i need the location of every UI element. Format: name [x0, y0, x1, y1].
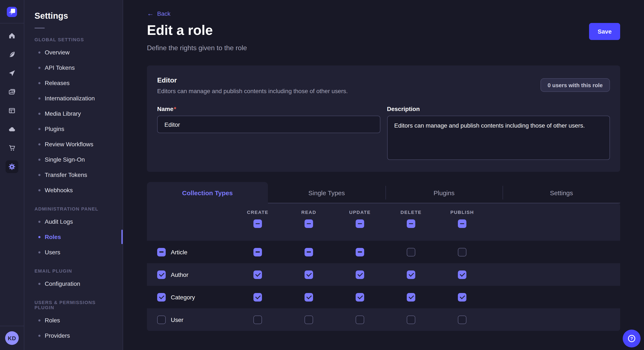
nav-rail: KD	[0, 0, 24, 350]
permission-cell-read	[283, 270, 334, 279]
sidebar-item[interactable]: Roles	[34, 229, 116, 245]
sidebar-item-label: Plugins	[45, 126, 64, 132]
permission-checkbox[interactable]	[407, 315, 415, 324]
sidebar-item[interactable]: Users	[34, 245, 116, 260]
permissions-tab[interactable]: Settings	[503, 182, 620, 203]
avatar[interactable]: KD	[5, 331, 19, 345]
permission-checkbox[interactable]	[304, 270, 313, 279]
bullet-icon	[38, 97, 40, 99]
content-type-label: Category	[171, 294, 195, 301]
main-content: ← Back Edit a role Save Define the right…	[123, 0, 644, 350]
shopping-cart-icon[interactable]	[8, 144, 16, 152]
sidebar-item[interactable]: API Tokens	[34, 60, 116, 75]
question-mark-icon: ?	[627, 334, 636, 343]
permission-column-label: DELETE	[400, 210, 422, 215]
row-select-all-checkbox[interactable]	[157, 270, 166, 279]
sidebar-item[interactable]: Review Workflows	[34, 137, 116, 152]
media-pictures-icon[interactable]	[8, 88, 16, 96]
back-link[interactable]: ← Back	[147, 10, 170, 17]
permission-checkbox[interactable]	[254, 293, 262, 301]
strapi-logo[interactable]	[7, 7, 17, 17]
role-description-text: Editors can manage and publish contents …	[157, 88, 348, 94]
permission-checkbox[interactable]	[304, 315, 313, 324]
column-select-all-checkbox[interactable]	[304, 219, 313, 228]
permission-row: User	[147, 308, 620, 331]
description-textarea[interactable]: Editors can manage and publish contents …	[387, 116, 610, 160]
strapi-logo-icon	[7, 7, 17, 17]
sidebar-item[interactable]: Roles	[34, 313, 116, 328]
column-select-all-checkbox[interactable]	[407, 219, 415, 228]
sidebar-item[interactable]: Audit Logs	[34, 214, 116, 229]
content-type-label: Author	[171, 271, 188, 278]
permission-column-label: UPDATE	[349, 210, 371, 215]
feather-pen-icon[interactable]	[8, 51, 16, 58]
sidebar-item[interactable]: Releases	[34, 75, 116, 91]
permission-checkbox[interactable]	[458, 293, 466, 301]
save-button[interactable]: Save	[589, 23, 620, 40]
permission-checkbox[interactable]	[356, 315, 364, 324]
row-lead-cell: Category	[147, 293, 232, 301]
permissions-tab[interactable]: Plugins	[385, 182, 502, 203]
permission-cell-update	[334, 293, 386, 301]
sidebar-item[interactable]: Overview	[34, 45, 116, 60]
permission-checkbox[interactable]	[304, 293, 313, 301]
permissions-header-row: CREATE READ UPDATE	[147, 203, 620, 241]
sidebar-item[interactable]: Internationalization	[34, 91, 116, 106]
row-select-all-checkbox[interactable]	[157, 315, 166, 324]
permission-row: Author	[147, 263, 620, 286]
cloud-icon[interactable]	[8, 126, 16, 133]
permission-checkbox[interactable]	[458, 270, 466, 279]
column-select-all-checkbox[interactable]	[254, 219, 262, 228]
bullet-icon	[38, 220, 40, 223]
role-card-titles: Editor Editors can manage and publish co…	[157, 77, 348, 94]
name-input[interactable]	[157, 116, 380, 133]
column-select-all-checkbox[interactable]	[458, 219, 466, 228]
page-title: Edit a role	[147, 23, 213, 38]
sidebar-item-label: Releases	[45, 80, 70, 86]
section-heading-email: EMAIL PLUGIN	[34, 268, 116, 273]
permission-checkbox[interactable]	[254, 315, 262, 324]
sidebar-item[interactable]: Single Sign-On	[34, 152, 116, 167]
tab-label: Plugins	[434, 189, 454, 196]
section-list-users-permissions: Roles Providers	[34, 313, 116, 343]
sidebar-item-label: Single Sign-On	[45, 156, 85, 163]
permission-checkbox[interactable]	[407, 293, 415, 301]
permission-checkbox[interactable]	[356, 270, 364, 279]
sidebar-item[interactable]: Transfer Tokens	[34, 167, 116, 182]
column-select-all-checkbox[interactable]	[356, 219, 364, 228]
help-button[interactable]: ?	[623, 330, 640, 348]
paper-plane-icon[interactable]	[8, 69, 16, 77]
permissions-table: CREATE READ UPDATE	[147, 203, 620, 331]
bullet-icon	[38, 283, 40, 285]
permission-checkbox[interactable]	[458, 315, 466, 324]
permission-checkbox[interactable]	[356, 293, 364, 301]
permission-cell-delete	[386, 248, 436, 256]
row-select-all-checkbox[interactable]	[157, 248, 166, 256]
sidebar-item[interactable]: Plugins	[34, 121, 116, 137]
bullet-icon	[38, 189, 40, 191]
home-icon[interactable]	[8, 32, 16, 39]
permission-checkbox[interactable]	[356, 248, 364, 256]
sidebar-item-label: Providers	[45, 332, 70, 339]
row-lead-cell: Author	[147, 270, 232, 279]
settings-nav-active[interactable]	[6, 160, 18, 173]
sidebar-item[interactable]: Media Library	[34, 106, 116, 121]
permissions-tab[interactable]: Collection Types	[147, 182, 268, 203]
permission-checkbox[interactable]	[407, 248, 415, 256]
permission-checkbox[interactable]	[304, 248, 313, 256]
permission-checkbox[interactable]	[254, 270, 262, 279]
permissions-tab[interactable]: Single Types	[268, 182, 385, 203]
permission-checkbox[interactable]	[407, 270, 415, 279]
sidebar-item[interactable]: Webhooks	[34, 182, 116, 198]
permission-cell-publish	[436, 248, 488, 256]
sidebar-item[interactable]: Providers	[34, 328, 116, 343]
permission-column: DELETE	[386, 203, 436, 241]
sidebar-item-label: Audit Logs	[45, 218, 73, 225]
permission-checkbox[interactable]	[254, 248, 262, 256]
description-label: Description	[387, 105, 610, 112]
users-with-role-badge[interactable]: 0 users with this role	[540, 78, 610, 92]
row-select-all-checkbox[interactable]	[157, 293, 166, 301]
sidebar-item[interactable]: Configuration	[34, 276, 116, 291]
layout-panel-icon[interactable]	[8, 107, 16, 114]
permission-checkbox[interactable]	[458, 248, 466, 256]
